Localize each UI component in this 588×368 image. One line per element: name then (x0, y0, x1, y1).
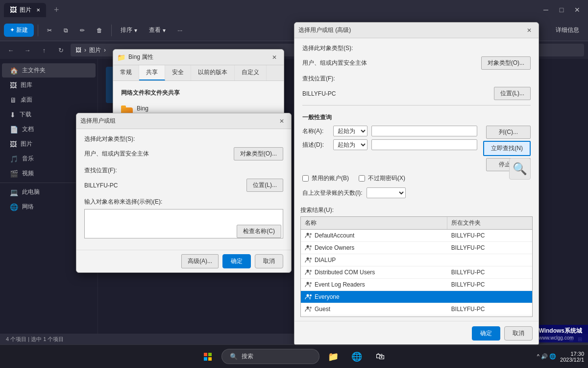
name-condition-select[interactable]: 起始为 (333, 126, 368, 136)
sidebar-label-music: 音乐 (22, 155, 34, 163)
advanced-dialog: 选择用户或组 (高级) ✕ 选择此对象类型(S): 用户、组或内置安全主体 对象… (294, 22, 539, 346)
results-label: 搜索结果(U): (300, 206, 533, 214)
svg-rect-26 (204, 357, 207, 361)
result-name-7: Guests (301, 315, 447, 317)
new-tab-btn[interactable]: + (50, 5, 63, 15)
result-folder-7: BILLYFU-PC (447, 316, 532, 317)
object-type-value-row: 用户、组或内置安全主体 对象类型(O)... (84, 147, 283, 160)
maximize-btn[interactable]: □ (555, 3, 568, 17)
detail-button[interactable]: 详细信息 (551, 24, 584, 37)
checkbox-area: 禁用的账户(B) 不过期密码(X) (302, 174, 531, 184)
result-row-1[interactable]: Device Owners BILLYFU-PC (301, 242, 532, 254)
tab-close[interactable]: ✕ (36, 7, 40, 13)
up-btn[interactable]: ↑ (37, 43, 51, 57)
delete-button[interactable]: 🗑 (92, 25, 107, 36)
select-user-close[interactable]: ✕ (276, 116, 287, 127)
adv-cancel-btn[interactable]: 取消 (504, 326, 533, 341)
adv-obj-type-btn[interactable]: 对象类型(O)... (481, 56, 531, 70)
location-btn[interactable]: 位置(L)... (246, 179, 283, 192)
find-now-btn[interactable]: 立即查找(N) (483, 141, 531, 156)
tab-security[interactable]: 安全 (165, 65, 191, 80)
cut-button[interactable]: ✂ (42, 25, 57, 36)
result-row-0[interactable]: DefaultAccount BILLYFU-PC (301, 230, 532, 242)
sep1 (38, 25, 38, 36)
result-folder-4: BILLYFU-PC (447, 279, 532, 290)
svg-point-10 (307, 294, 309, 297)
result-name-2: DIALUP (301, 254, 447, 266)
desktop-icon: 🖥 (10, 96, 17, 104)
select-user-content: 选择此对象类型(S): 用户、组或内置安全主体 对象类型(O)... 查找位置(… (76, 129, 291, 250)
result-name-4: Event Log Readers (301, 279, 447, 290)
list-col-btn[interactable]: 列(C)... (486, 126, 531, 139)
object-type-btn[interactable]: 对象类型(O)... (234, 147, 283, 160)
result-row-5[interactable]: Everyone (301, 291, 532, 303)
close-btn[interactable]: ✕ (570, 3, 584, 17)
desc-input[interactable] (371, 139, 477, 150)
taskbar-search[interactable]: 🔍 搜索 (221, 349, 319, 364)
days-select[interactable] (367, 187, 406, 198)
adv-ok-btn[interactable]: 确定 (472, 326, 500, 341)
back-btn[interactable]: ← (4, 43, 18, 57)
svg-rect-24 (204, 353, 207, 356)
forward-btn[interactable]: → (21, 43, 34, 57)
share-folder-name: Bing (137, 105, 153, 112)
result-row-3[interactable]: Distributed COM Users BILLYFU-PC (301, 266, 532, 279)
adv-location-btn[interactable]: 位置(L)... (494, 87, 531, 100)
minimize-btn[interactable]: ─ (539, 3, 553, 17)
taskbar-app-edge[interactable]: 🌐 (347, 347, 367, 367)
disabled-accounts-row: 禁用的账户(B) (302, 174, 349, 183)
more-button[interactable]: ··· (172, 25, 187, 36)
advanced-close-btn[interactable]: ✕ (524, 25, 535, 36)
desc-condition-select[interactable]: 起始为 (333, 139, 368, 150)
tab-prev-versions[interactable]: 以前的版本 (191, 65, 235, 80)
no-expire-pwd-check[interactable] (359, 175, 365, 182)
object-type-row: 选择此对象类型(S): (84, 135, 283, 143)
tab-general[interactable]: 常规 (113, 65, 139, 80)
refresh-btn[interactable]: ↻ (54, 43, 68, 57)
col-header-name: 名称 (301, 217, 447, 229)
svg-point-8 (307, 282, 309, 285)
svg-point-6 (307, 270, 309, 272)
sidebar-label-downloads: 下载 (20, 110, 31, 119)
select-cancel-btn[interactable]: 取消 (255, 254, 283, 268)
svg-rect-25 (208, 353, 212, 356)
days-row: 自上次登录账的天数(I): (302, 187, 531, 198)
clock[interactable]: 17:30 2023/12/1 (560, 351, 584, 363)
taskbar-app-store[interactable]: 🛍 (370, 347, 390, 367)
rename-button[interactable]: ✏ (75, 25, 90, 36)
result-row-7[interactable]: Guests BILLYFU-PC (301, 315, 532, 317)
select-ok-btn[interactable]: 确定 (222, 254, 251, 268)
downloads-icon: ⬇ (10, 111, 16, 119)
copy-button[interactable]: ⧉ (59, 25, 73, 36)
sys-tray: ^ 🔊 🌐 17:30 2023/12/1 (537, 351, 584, 363)
sep2 (111, 25, 112, 36)
sidebar-item-home[interactable]: 🏠 主文件夹 (2, 63, 96, 78)
new-button[interactable]: ✦ 新建 (4, 24, 34, 37)
query-controls: 名称(A): 起始为 描述(D): 起始为 (302, 126, 531, 171)
result-folder-2 (447, 258, 532, 262)
location-label-row: 查找位置(F): (84, 166, 283, 175)
taskbar-app-explorer[interactable]: 📁 (323, 347, 343, 367)
result-row-2[interactable]: DIALUP (301, 254, 532, 266)
days-label: 自上次登录账的天数(I): (302, 189, 363, 197)
name-input[interactable] (371, 126, 477, 136)
bing-dialog-close[interactable]: ✕ (269, 52, 280, 63)
tab-label: 图片 (20, 6, 31, 14)
sort-button[interactable]: 排序 ▾ (116, 24, 142, 37)
result-name-0: DefaultAccount (301, 230, 447, 241)
start-btn[interactable] (198, 347, 218, 367)
result-row-6[interactable]: Guest BILLYFU-PC (301, 303, 532, 315)
select-user-title: 选择用户或组 (80, 117, 276, 125)
explorer-tab[interactable]: 🖼 图片 ✕ (4, 3, 46, 17)
advanced-btn[interactable]: 高级(A)... (181, 254, 219, 268)
sidebar-item-desktop[interactable]: 🖥 桌面 (2, 93, 96, 107)
tab-share[interactable]: 共享 (139, 65, 165, 80)
view-button[interactable]: 查看 ▾ (144, 24, 171, 37)
bing-dialog-title: Bing 属性 (128, 53, 269, 61)
disabled-accounts-check[interactable] (302, 175, 309, 182)
location-value-row: BILLYFU-PC 位置(L)... (84, 179, 283, 192)
check-name-btn[interactable]: 检查名称(C) (237, 225, 281, 238)
sidebar-item-gallery[interactable]: 🖼 图库 (2, 78, 96, 92)
result-row-4[interactable]: Event Log Readers BILLYFU-PC (301, 279, 532, 291)
tab-custom[interactable]: 自定义 (235, 65, 267, 80)
